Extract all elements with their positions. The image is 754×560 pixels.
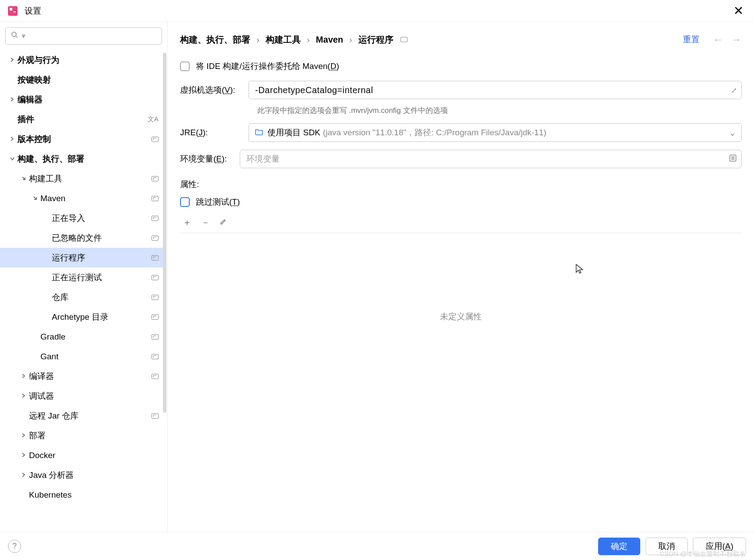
- jre-extra: (java version "11.0.18"，路径: C:/Program F…: [323, 127, 546, 138]
- search-caret: ▾: [22, 31, 25, 41]
- expand-icon[interactable]: [7, 55, 18, 65]
- tree-item-label: 调试器: [29, 390, 159, 402]
- expand-icon[interactable]: [7, 154, 18, 163]
- skip-label[interactable]: 跳过测试(T): [196, 196, 240, 208]
- env-field[interactable]: 环境变量: [240, 150, 742, 168]
- tree-item[interactable]: 编译器: [0, 366, 165, 386]
- vm-options-value: -DarchetypeCatalog=internal: [255, 85, 373, 95]
- folder-icon: [255, 128, 263, 137]
- delegate-label[interactable]: 将 IDE 构建/运行操作委托给 Maven(D): [196, 61, 339, 72]
- tree-item-label: 编译器: [29, 371, 152, 382]
- tree-item-label: 已忽略的文件: [52, 232, 152, 244]
- crumb-3[interactable]: Maven: [316, 35, 343, 45]
- tree-item[interactable]: 版本控制: [0, 129, 165, 149]
- tree-item[interactable]: Archetype 目录: [0, 307, 165, 327]
- tree-item[interactable]: 构建工具: [0, 169, 165, 188]
- tree-item[interactable]: Gradle: [0, 327, 165, 347]
- tree-item[interactable]: 构建、执行、部署: [0, 149, 165, 169]
- reset-link[interactable]: 重置: [683, 34, 700, 45]
- tree-item[interactable]: 正在运行测试: [0, 267, 165, 287]
- tree-item-label: 编辑器: [18, 94, 159, 105]
- sidebar: ▾ 外观与行为按键映射编辑器插件文A版本控制构建、执行、部署构建工具Maven正…: [0, 22, 168, 532]
- scheme-icon: [152, 137, 159, 142]
- crumb-2[interactable]: 构建工具: [266, 34, 301, 46]
- expand-icon[interactable]: [18, 391, 29, 401]
- content-header: 构建、执行、部署 › 构建工具 › Maven › 运行程序 重置 ← →: [180, 25, 742, 54]
- delegate-checkbox[interactable]: [180, 61, 190, 71]
- tree-item[interactable]: Maven: [0, 188, 165, 208]
- expand-icon[interactable]: ⤢: [731, 86, 737, 94]
- add-button[interactable]: ＋: [183, 217, 191, 228]
- jre-dropdown[interactable]: 使用项目 SDK (java version "11.0.18"，路径: C:/…: [249, 123, 742, 142]
- svg-rect-2: [13, 11, 16, 12]
- tree-item-label: Gant: [40, 352, 152, 361]
- tree-item[interactable]: Gant: [0, 347, 165, 366]
- props-empty-text: 未定义属性: [440, 311, 482, 322]
- close-button[interactable]: ✕: [730, 2, 747, 20]
- scheme-icon: [152, 235, 159, 241]
- ok-button[interactable]: 确定: [598, 538, 640, 555]
- edit-button[interactable]: [220, 217, 227, 228]
- nav-forward-button[interactable]: →: [731, 33, 742, 46]
- tree-item[interactable]: 外观与行为: [0, 50, 165, 70]
- search-input[interactable]: ▾: [5, 27, 162, 45]
- tree-item-label: 插件: [18, 114, 148, 125]
- scheme-icon: [152, 413, 159, 419]
- nav-back-button[interactable]: ←: [713, 33, 723, 46]
- language-icon: 文A: [148, 115, 159, 123]
- props-label: 属性:: [180, 179, 742, 190]
- footer: ? 确定 取消 应用(A) CSDN @本仙女暂时不想取名: [0, 532, 754, 560]
- expand-icon[interactable]: [18, 174, 29, 183]
- tree-item-label: 构建、执行、部署: [18, 153, 159, 165]
- skip-tests-checkbox[interactable]: [180, 197, 190, 207]
- tree-item-label: 正在运行测试: [52, 272, 152, 283]
- scheme-icon: [152, 374, 159, 379]
- tree-item-label: 仓库: [52, 292, 152, 303]
- watermark: CSDN @本仙女暂时不想取名: [660, 550, 746, 558]
- tree-item[interactable]: 正在导入: [0, 208, 165, 228]
- scheme-icon: [152, 314, 159, 320]
- tree-item-label: 版本控制: [18, 134, 152, 145]
- scheme-icon: [152, 275, 159, 280]
- tree-item[interactable]: Kubernetes: [0, 485, 165, 505]
- expand-icon[interactable]: [18, 451, 29, 460]
- svg-point-3: [12, 32, 16, 36]
- expand-icon[interactable]: [18, 470, 29, 480]
- tree-item[interactable]: 已忽略的文件: [0, 228, 165, 248]
- settings-tree[interactable]: 外观与行为按键映射编辑器插件文A版本控制构建、执行、部署构建工具Maven正在导…: [0, 50, 167, 532]
- scrollbar[interactable]: [163, 53, 166, 413]
- tree-item[interactable]: 调试器: [0, 386, 165, 406]
- breadcrumb: 构建、执行、部署 › 构建工具 › Maven › 运行程序: [180, 34, 408, 46]
- tree-item[interactable]: 编辑器: [0, 90, 165, 109]
- tree-item-label: Kubernetes: [29, 490, 159, 500]
- tree-item[interactable]: Java 分析器: [0, 465, 165, 485]
- crumb-1[interactable]: 构建、执行、部署: [180, 34, 250, 46]
- expand-icon[interactable]: [7, 134, 18, 144]
- list-icon[interactable]: [729, 154, 737, 164]
- tree-item-label: 部署: [29, 430, 159, 441]
- tree-item[interactable]: 远程 Jar 仓库: [0, 406, 165, 426]
- search-icon: [11, 31, 19, 41]
- expand-icon[interactable]: [18, 431, 29, 440]
- remove-button[interactable]: －: [201, 217, 210, 228]
- expand-icon[interactable]: [7, 95, 18, 104]
- tree-item-label: 外观与行为: [18, 54, 159, 66]
- tree-item[interactable]: 仓库: [0, 287, 165, 307]
- tree-item[interactable]: 按键映射: [0, 70, 165, 90]
- svg-rect-0: [8, 6, 18, 16]
- search-wrap: ▾: [0, 22, 167, 50]
- scheme-icon: [152, 255, 159, 260]
- tree-item[interactable]: 运行程序: [0, 248, 165, 267]
- vm-options-field[interactable]: -DarchetypeCatalog=internal ⤢: [249, 81, 742, 99]
- scheme-icon: [152, 295, 159, 300]
- tree-item[interactable]: 插件文A: [0, 109, 165, 129]
- expand-icon[interactable]: [30, 194, 40, 203]
- tree-item-label: 运行程序: [52, 252, 152, 264]
- svg-line-4: [16, 36, 18, 38]
- tree-item[interactable]: 部署: [0, 426, 165, 445]
- help-button[interactable]: ?: [8, 540, 21, 553]
- tree-item[interactable]: Docker: [0, 445, 165, 465]
- svg-rect-1: [10, 8, 12, 11]
- expand-icon[interactable]: [18, 372, 29, 381]
- jre-row: JRE(J): 使用项目 SDK (java version "11.0.18"…: [180, 123, 742, 142]
